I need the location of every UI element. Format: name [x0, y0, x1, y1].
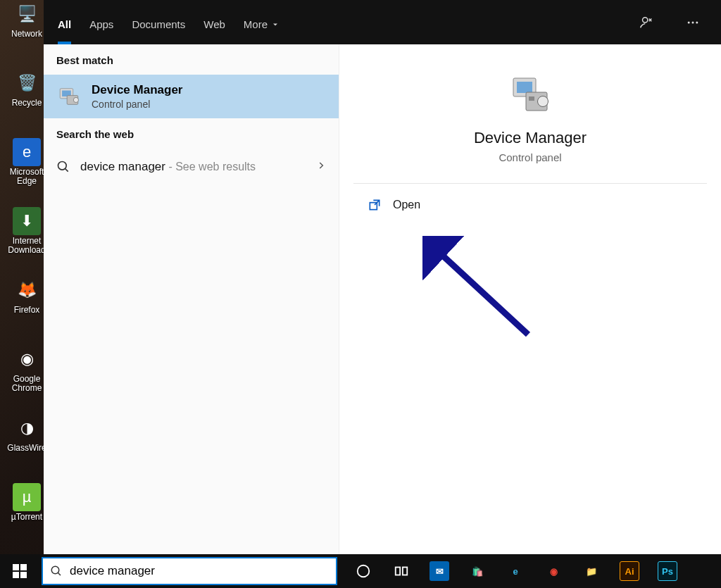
- web-query-text: device manager: [80, 160, 165, 173]
- svg-point-0: [643, 17, 648, 22]
- chrome-icon: ◉: [544, 561, 563, 581]
- chevron-down-icon: [271, 20, 280, 29]
- taskbar-item-cortana[interactable]: [344, 554, 382, 588]
- desktop-icon-label: GlassWire: [7, 444, 46, 453]
- glasswire-icon: ◑: [13, 414, 41, 442]
- svg-point-1: [688, 21, 690, 23]
- svg-line-9: [65, 169, 68, 172]
- best-match-header: Best match: [44, 44, 339, 75]
- taskbar-item-photoshop[interactable]: Ps: [648, 554, 686, 588]
- device-manager-small-icon: [56, 84, 82, 109]
- filter-tab-all[interactable]: All: [58, 0, 71, 44]
- edge-icon: e: [506, 561, 525, 581]
- svg-rect-17: [13, 564, 19, 570]
- filter-tab-web[interactable]: Web: [203, 0, 225, 44]
- details-subtitle: Control panel: [499, 151, 561, 163]
- taskbar-item-illustrator[interactable]: Ai: [610, 554, 648, 588]
- details-title: Device Manager: [474, 129, 587, 147]
- search-filter-bar: AllAppsDocumentsWebMore: [44, 0, 721, 44]
- filter-tab-documents[interactable]: Documents: [132, 0, 185, 44]
- desktop-icon-label: Firefox: [14, 306, 40, 315]
- open-icon: [368, 198, 382, 212]
- svg-point-21: [51, 566, 59, 574]
- svg-rect-20: [20, 572, 27, 578]
- start-button[interactable]: [0, 554, 39, 588]
- desktop-icon-chrome[interactable]: ◉ Google Chrome: [6, 345, 48, 394]
- details-column: Device Manager Control panel Open: [339, 44, 721, 554]
- search-icon: [56, 160, 70, 174]
- idm-icon: ⬇: [13, 207, 41, 235]
- mail-icon: ✉: [430, 561, 449, 581]
- svg-rect-11: [517, 82, 532, 93]
- search-icon: [50, 565, 63, 577]
- desktop-icon-label: Network: [11, 30, 42, 39]
- desktop-icon-label: Recycle: [12, 99, 42, 108]
- firefox-icon: 🦊: [13, 276, 41, 304]
- taskbar-item-mail[interactable]: ✉: [420, 554, 458, 588]
- best-match-subtitle: Control panel: [92, 99, 182, 110]
- chevron-right-icon: [316, 161, 326, 173]
- svg-point-3: [696, 21, 698, 23]
- taskbar: ✉🛍️e◉📁AiPs: [0, 554, 721, 588]
- desktop-icon-edge[interactable]: e Microsoft Edge: [6, 138, 48, 187]
- explorer-icon: 📁: [582, 561, 601, 581]
- store-icon: 🛍️: [468, 561, 487, 581]
- svg-rect-24: [396, 568, 400, 575]
- desktop-icon-network[interactable]: 🖥️ Network: [6, 0, 48, 49]
- svg-point-8: [58, 162, 67, 170]
- filter-tab-apps[interactable]: Apps: [89, 0, 113, 44]
- more-options-icon[interactable]: [679, 8, 707, 37]
- taskbar-item-taskview[interactable]: [382, 554, 420, 588]
- search-web-header: Search the web: [44, 118, 339, 149]
- desktop-icon-label: Microsoft Edge: [6, 168, 48, 186]
- open-action[interactable]: Open: [339, 184, 721, 226]
- taskbar-search-box[interactable]: [42, 557, 337, 585]
- svg-point-13: [538, 96, 548, 107]
- cortana-icon: [356, 563, 371, 579]
- desktop-icon-idm[interactable]: ⬇ Internet Download: [6, 207, 48, 256]
- svg-point-23: [358, 565, 370, 577]
- feedback-icon[interactable]: [632, 8, 660, 37]
- taskbar-item-store[interactable]: 🛍️: [458, 554, 496, 588]
- utorrent-icon: µ: [13, 483, 41, 511]
- results-column: Best match Device Manager Control panel: [44, 44, 339, 554]
- desktop-icon-utorrent[interactable]: µ µTorrent: [6, 483, 48, 532]
- taskbar-search-input[interactable]: [70, 564, 329, 578]
- desktop-icon-label: Internet Download: [6, 237, 48, 255]
- taskbar-item-chrome[interactable]: ◉: [534, 554, 572, 588]
- svg-point-2: [692, 21, 694, 23]
- edge-icon: e: [13, 138, 41, 166]
- device-manager-large-icon: [508, 73, 553, 118]
- best-match-result[interactable]: Device Manager Control panel: [44, 75, 339, 118]
- filter-tab-more[interactable]: More: [244, 0, 280, 44]
- svg-rect-19: [13, 572, 19, 578]
- desktop-icon-firefox[interactable]: 🦊 Firefox: [6, 276, 48, 325]
- photoshop-icon: Ps: [658, 561, 677, 581]
- start-search-panel: AllAppsDocumentsWebMore Best match: [44, 0, 721, 554]
- svg-rect-18: [20, 564, 27, 570]
- desktop-icon-glasswire[interactable]: ◑ GlassWire: [6, 414, 48, 463]
- open-action-label: Open: [393, 199, 420, 211]
- search-web-result[interactable]: device manager - See web results: [44, 149, 339, 185]
- desktop-icon-label: µTorrent: [11, 513, 42, 522]
- recycle-icon: 🗑️: [13, 69, 41, 97]
- windows-logo-icon: [13, 564, 27, 578]
- taskbar-item-explorer[interactable]: 📁: [572, 554, 610, 588]
- svg-rect-25: [403, 568, 407, 575]
- chrome-icon: ◉: [13, 345, 41, 373]
- svg-line-22: [58, 573, 61, 575]
- desktop-icon-label: Google Chrome: [6, 375, 48, 393]
- web-hint-text: - See web results: [165, 161, 256, 173]
- taskbar-item-edge[interactable]: e: [496, 554, 534, 588]
- best-match-title: Device Manager: [92, 83, 182, 97]
- illustrator-icon: Ai: [620, 561, 639, 581]
- svg-point-7: [73, 97, 78, 102]
- svg-rect-14: [529, 96, 534, 101]
- desktop-icon-recycle[interactable]: 🗑️ Recycle: [6, 69, 48, 118]
- taskview-icon: [394, 563, 409, 579]
- network-icon: 🖥️: [13, 0, 41, 28]
